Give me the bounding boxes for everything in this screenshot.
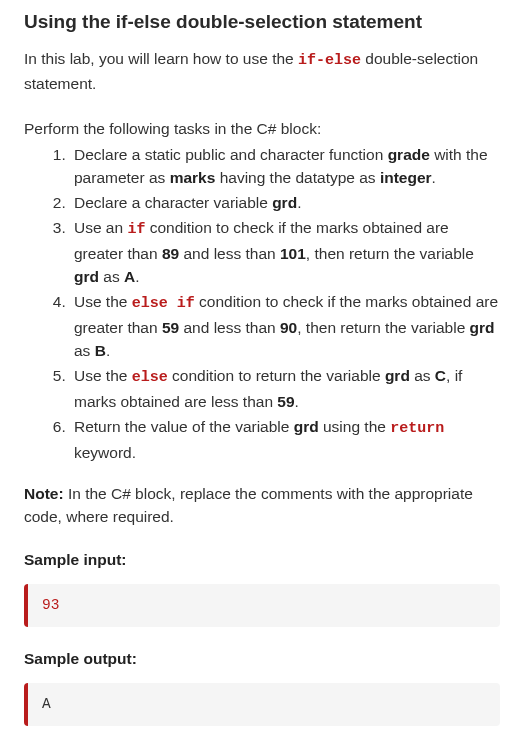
task4-90: 90 <box>280 319 297 336</box>
task5-text-d: as <box>410 367 435 384</box>
task4-grd: grd <box>470 319 495 336</box>
task2-text-a: Declare a character variable <box>74 194 272 211</box>
sample-input-label: Sample input: <box>24 548 500 571</box>
task1-marks: marks <box>170 169 216 186</box>
task1-text-a: Declare a static public and character fu… <box>74 146 388 163</box>
task5-c: C <box>435 367 446 384</box>
intro-text-pre: In this lab, you will learn how to use t… <box>24 50 298 67</box>
return-keyword: return <box>390 420 444 437</box>
page-title: Using the if-else double-selection state… <box>24 8 500 37</box>
intro-paragraph: In this lab, you will learn how to use t… <box>24 47 500 96</box>
task-item-4: Use the else if condition to check if th… <box>70 290 500 362</box>
task4-59: 59 <box>162 319 179 336</box>
task-item-1: Declare a static public and character fu… <box>70 143 500 190</box>
task3-text-f: , then return the variable <box>306 245 474 262</box>
task2-text-c: . <box>297 194 301 211</box>
task3-text-a: Use an <box>74 219 127 236</box>
task1-text-g: . <box>432 169 436 186</box>
task3-89: 89 <box>162 245 179 262</box>
tasks-intro: Perform the following tasks in the C# bl… <box>24 117 500 140</box>
task5-text-a: Use the <box>74 367 132 384</box>
task4-b: B <box>95 342 106 359</box>
task6-text-a: Return the value of the variable <box>74 418 294 435</box>
else-keyword: else <box>132 369 168 386</box>
sample-input-block: 93 <box>24 584 500 628</box>
task3-a: A <box>124 268 135 285</box>
note-label: Note: <box>24 485 64 502</box>
tasks-list: Declare a static public and character fu… <box>24 143 500 464</box>
if-else-keyword: if-else <box>298 52 361 69</box>
sample-output-label: Sample output: <box>24 647 500 670</box>
task3-text-d: and less than <box>179 245 280 262</box>
task-item-6: Return the value of the variable grd usi… <box>70 415 500 464</box>
task3-grd: grd <box>74 268 99 285</box>
task1-integer: integer <box>380 169 432 186</box>
if-keyword: if <box>127 221 145 238</box>
note-paragraph: Note: In the C# block, replace the comme… <box>24 482 500 529</box>
task5-grd: grd <box>385 367 410 384</box>
task5-59: 59 <box>277 393 294 410</box>
task3-101: 101 <box>280 245 306 262</box>
task6-grd: grd <box>294 418 319 435</box>
task4-text-h: as <box>74 342 95 359</box>
task-item-2: Declare a character variable grd. <box>70 191 500 214</box>
task5-text-h: . <box>295 393 299 410</box>
task4-text-a: Use the <box>74 293 132 310</box>
note-text: In the C# block, replace the comments wi… <box>24 485 473 525</box>
task4-text-d: and less than <box>179 319 280 336</box>
sample-output-block: A <box>24 683 500 727</box>
task6-text-c: using the <box>319 418 391 435</box>
task4-text-f: , then return the variable <box>297 319 469 336</box>
task-item-3: Use an if condition to check if the mark… <box>70 216 500 288</box>
task6-text-d: keyword. <box>74 444 136 461</box>
task5-text-b: condition to return the variable <box>168 367 385 384</box>
task1-text-e: having the datatype as <box>215 169 380 186</box>
task3-text-h: as <box>99 268 124 285</box>
task-item-5: Use the else condition to return the var… <box>70 364 500 413</box>
task2-grd: grd <box>272 194 297 211</box>
task1-grade: grade <box>388 146 430 163</box>
else-if-keyword: else if <box>132 295 195 312</box>
task4-text-j: . <box>106 342 110 359</box>
task3-text-j: . <box>135 268 139 285</box>
